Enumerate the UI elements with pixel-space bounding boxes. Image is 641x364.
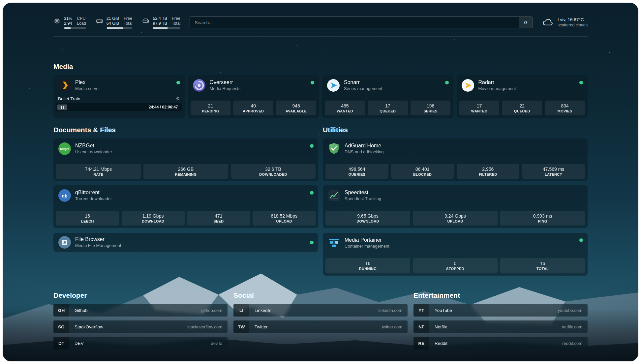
bookmark-linkedin[interactable]: LI LinkedIn linkedin.com — [233, 304, 408, 317]
bookmark-netflix[interactable]: NF Netflix netflix.com — [413, 320, 588, 333]
stat-box: 16RUNNING — [325, 258, 410, 273]
bookmark-stackoverflow[interactable]: SO StackOverflow stackoverflow.com — [53, 320, 228, 333]
plex-icon — [58, 79, 71, 92]
bookmark-twitter[interactable]: TW Twitter twitter.com — [233, 320, 408, 333]
memory-free: 21 GiB — [107, 16, 119, 21]
bookmark-name: YouTube — [435, 304, 452, 317]
bookmark-url: twitter.com — [382, 320, 402, 333]
stat-box: 9.24 GbpsUPLOAD — [413, 211, 498, 226]
service-desc: Torrent downloader — [75, 196, 112, 202]
service-name: Radarr — [478, 79, 516, 86]
status-dot-online — [310, 241, 314, 244]
service-card-speedtest[interactable]: Speedtest Speedtest Tracking 9.65 GbpsDO… — [323, 185, 588, 228]
overseerr-icon — [193, 79, 206, 92]
service-desc: Speedtest Tracking — [345, 196, 381, 202]
service-desc: Series management — [344, 86, 382, 92]
service-name: AdGuard Home — [345, 142, 384, 149]
service-card-plex[interactable]: Plex Media server Bullet Train ⚙ 24:44 /… — [53, 75, 185, 118]
stat-box: 834MOVIES — [545, 101, 585, 115]
stat-box: 266 GBREMAINING — [143, 164, 228, 179]
service-card-adguard[interactable]: AdGuard Home DNS and adblocking 498,564Q… — [323, 138, 588, 181]
nzbget-icon: nzbget — [58, 142, 71, 155]
search-input[interactable] — [190, 16, 533, 28]
service-card-radarr[interactable]: Radarr Movie management 17WANTED 22QUEUE… — [457, 75, 588, 118]
service-desc: Container management — [345, 244, 389, 249]
bookmark-url: reddit.com — [562, 337, 582, 349]
resource-widgets: 31% CPU 2.94 Load — [53, 16, 180, 29]
media-section-title: Media — [53, 63, 588, 71]
memory-bar — [107, 27, 133, 29]
bookmark-url: youtube.com — [558, 304, 582, 317]
now-playing-time: 24:44 / 02:06:47 — [149, 105, 178, 109]
stat-box: 471SEED — [187, 211, 250, 226]
bookmark-abbr: RE — [413, 337, 429, 349]
search-provider-button[interactable]: G — [519, 17, 532, 28]
memory-icon — [96, 17, 103, 25]
stat-box: 0STOPPED — [413, 258, 498, 273]
bookmark-url: dev.to — [211, 337, 222, 349]
cloud-icon — [542, 17, 554, 28]
service-name: Media Portainer — [345, 237, 389, 244]
bookmark-url: netflix.com — [562, 320, 582, 333]
service-name: Speedtest — [345, 189, 381, 196]
service-card-sonarr[interactable]: Sonarr Series management 485WANTED 17QUE… — [322, 75, 453, 118]
bookmark-abbr: YT — [413, 304, 429, 317]
cpu-bar — [64, 27, 86, 29]
service-name: Overseerr — [210, 79, 241, 86]
bookmark-abbr: DT — [53, 337, 69, 349]
now-playing-bar: 24:44 / 02:06:47 — [56, 103, 182, 111]
now-playing-title: Bullet Train — [58, 96, 80, 101]
disk-total: 97.9 TB — [153, 21, 167, 26]
social-section-title: Social — [233, 291, 408, 299]
service-card-filebrowser[interactable]: File Browser Media File Management — [53, 233, 318, 252]
memory-label-bottom: Total — [124, 21, 132, 26]
section-utilities: Utilities AdGuard Home DNS and adbloc — [323, 126, 588, 276]
stat-box: 17QUEUED — [368, 101, 408, 115]
pause-button[interactable] — [57, 105, 67, 110]
bookmark-abbr: TW — [233, 320, 249, 333]
bookmark-url: stackoverflow.com — [187, 320, 222, 333]
service-desc: Media Requests — [210, 86, 241, 92]
disk-icon — [142, 17, 149, 25]
bookmark-abbr: SO — [53, 320, 69, 333]
service-name: NZBGet — [75, 142, 112, 149]
stat-box: 16TOTAL — [500, 258, 585, 273]
settings-gear-icon[interactable]: ⚙ — [176, 96, 180, 101]
cpu-widget: 31% CPU 2.94 Load — [53, 16, 86, 29]
service-card-nzbget[interactable]: nzbget NZBGet Usenet downloader 744.21 M… — [53, 138, 318, 181]
status-dot-online — [579, 81, 583, 84]
disk-bar — [153, 27, 180, 29]
section-documents: Documents & Files nzbget NZBGet Usenet d… — [53, 126, 318, 276]
service-card-qbittorrent[interactable]: qb qBittorrent Torrent downloader 16LEEC… — [53, 185, 318, 228]
nzbget-icon-text: nzbget — [60, 147, 69, 151]
bookmark-reddit[interactable]: RE Reddit reddit.com — [413, 337, 588, 349]
bookmark-dev[interactable]: DT DEV dev.to — [53, 337, 228, 349]
service-name: Plex — [75, 79, 100, 86]
filebrowser-icon — [58, 236, 71, 249]
bookmark-github[interactable]: GH Github github.com — [53, 304, 228, 317]
bookmark-abbr: NF — [413, 320, 429, 333]
header-divider — [53, 37, 588, 37]
service-card-portainer[interactable]: Media Portainer Container management 16R… — [323, 233, 588, 276]
stars-decoration — [3, 3, 3, 3]
adguard-icon — [327, 142, 341, 155]
stat-box: 1.19 GbpsDOWNLOAD — [122, 211, 185, 226]
speedtest-icon — [327, 189, 341, 202]
service-card-overseerr[interactable]: Overseerr Media Requests 21PENDING 40APP… — [188, 75, 319, 118]
dashboard-screen: 31% CPU 2.94 Load — [3, 3, 638, 361]
bookmarks-developer: Developer GH Github github.com SO StackO… — [53, 291, 228, 353]
bookmark-url: linkedin.com — [379, 304, 402, 317]
stat-box: 196SERIES — [411, 101, 451, 115]
service-desc: Movie management — [478, 86, 516, 92]
disk-widget: 52.4 TB Free 97.9 TB Total — [142, 16, 180, 29]
cpu-label-bottom: Load — [77, 21, 86, 26]
search-bar: G — [190, 16, 533, 28]
cpu-label-top: CPU — [77, 16, 86, 21]
weather-condition: scattered clouds — [558, 23, 588, 28]
developer-section-title: Developer — [53, 291, 228, 299]
bookmark-name: LinkedIn — [255, 304, 271, 317]
status-dot-online — [445, 81, 449, 84]
bookmark-youtube[interactable]: YT YouTube youtube.com — [413, 304, 588, 317]
bookmarks-social: Social LI LinkedIn linkedin.com TW Twitt… — [233, 291, 408, 353]
bookmark-abbr: GH — [53, 304, 69, 317]
